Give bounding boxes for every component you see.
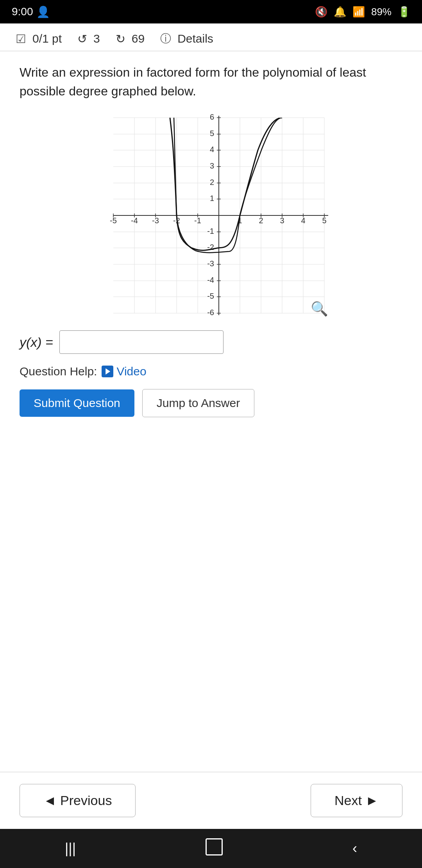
svg-text:6: 6 [210, 113, 214, 121]
svg-text:-4: -4 [131, 216, 138, 225]
answer-row: y(x) = [20, 330, 402, 354]
svg-text:3: 3 [210, 161, 214, 170]
mute-icon: 🔇 [315, 6, 327, 18]
svg-text:2: 2 [210, 178, 214, 187]
svg-text:-6: -6 [207, 308, 214, 317]
person-icon: 👤 [36, 5, 50, 18]
info-icon[interactable]: ⓘ [160, 31, 171, 46]
question-text: Write an expression in factored form for… [20, 63, 402, 100]
svg-text:5: 5 [210, 129, 214, 138]
video-link[interactable]: Video [102, 365, 146, 378]
svg-text:5: 5 [322, 216, 326, 225]
next-label: Next ► [334, 793, 379, 808]
main-content: Write an expression in factored form for… [0, 51, 422, 599]
search-icon[interactable]: 🔍 [311, 301, 328, 317]
top-bar: ☑ 0/1 pt ↺ 3 ↻ 69 ⓘ Details [0, 23, 422, 51]
svg-text:1: 1 [210, 194, 214, 203]
video-label: Video [116, 365, 146, 378]
question-help-row: Question Help: Video [20, 365, 402, 378]
android-nav-bar: ||| ‹ [0, 829, 422, 868]
bottom-nav: ◄ Previous Next ► [0, 772, 422, 829]
submit-question-button[interactable]: Submit Question [20, 389, 134, 417]
battery-icon: 🔋 [398, 6, 410, 18]
status-bar: 9:00 👤 🔇 🔔 📶 89% 🔋 [0, 0, 422, 23]
android-back-button[interactable]: ‹ [352, 840, 357, 857]
score-text: 0/1 pt [32, 32, 62, 45]
action-buttons: Submit Question Jump to Answer [20, 389, 402, 417]
submissions-icon: ↻ [116, 32, 125, 46]
answer-label: y(x) = [20, 335, 53, 350]
bell-icon: 🔔 [334, 6, 346, 18]
previous-button[interactable]: ◄ Previous [20, 784, 136, 817]
answer-input[interactable] [59, 330, 224, 354]
svg-text:-5: -5 [207, 292, 214, 300]
svg-text:-4: -4 [207, 276, 214, 284]
svg-text:-3: -3 [207, 259, 214, 268]
jump-to-answer-button[interactable]: Jump to Answer [142, 389, 254, 417]
retry-count: 3 [93, 32, 100, 45]
graph-svg: -5 -4 -3 -2 -1 1 2 3 4 5 6 5 4 3 2 1 -1 … [90, 110, 332, 321]
status-time: 9:00 [12, 5, 33, 18]
wifi-icon: 📶 [352, 6, 365, 18]
svg-text:-1: -1 [207, 227, 214, 235]
svg-text:3: 3 [280, 216, 284, 225]
status-right: 🔇 🔔 📶 89% 🔋 [315, 6, 410, 18]
details-text[interactable]: Details [177, 32, 213, 45]
check-icon: ☑ [16, 32, 26, 46]
previous-label: ◄ Previous [43, 793, 112, 808]
submissions-count: 69 [132, 32, 145, 45]
graph-container: -5 -4 -3 -2 -1 1 2 3 4 5 6 5 4 3 2 1 -1 … [90, 110, 332, 321]
battery-text: 89% [371, 6, 392, 18]
question-help-label: Question Help: [20, 365, 97, 378]
svg-text:4: 4 [301, 216, 305, 225]
status-left: 9:00 👤 [12, 5, 50, 18]
svg-text:-1: -1 [194, 216, 201, 225]
retry-icon: ↺ [77, 32, 87, 46]
svg-text:-3: -3 [152, 216, 159, 225]
android-home-button[interactable] [206, 838, 223, 859]
svg-text:2: 2 [259, 216, 263, 225]
svg-text:-5: -5 [110, 216, 117, 225]
next-button[interactable]: Next ► [311, 784, 402, 817]
play-icon [102, 366, 113, 377]
svg-text:4: 4 [210, 145, 214, 154]
spacer [0, 599, 422, 772]
android-menu-button[interactable]: ||| [65, 840, 76, 857]
